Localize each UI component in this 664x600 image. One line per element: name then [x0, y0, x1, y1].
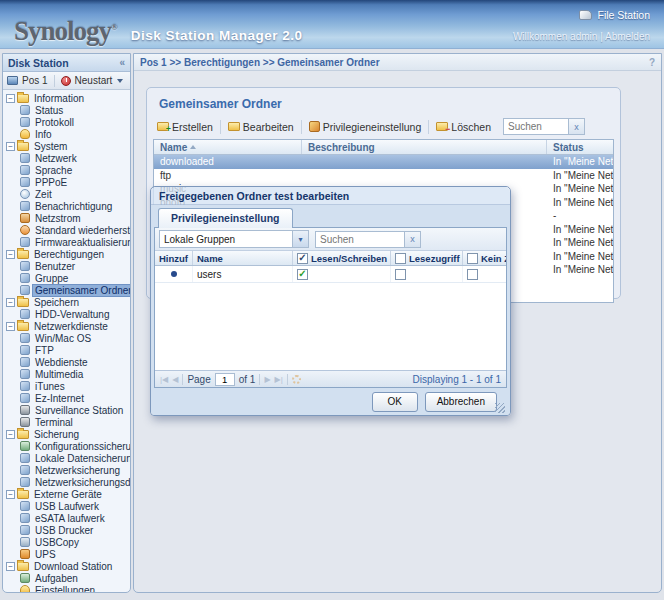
tree-expander-icon[interactable]: [6, 562, 15, 571]
tree-item[interactable]: HDD-Verwaltung: [3, 308, 130, 320]
tree-item[interactable]: UPS: [3, 548, 130, 560]
table-row[interactable]: downloaded In "Meine Netzwe: [154, 155, 613, 169]
group-type-select[interactable]: Lokale Gruppen ▾: [159, 230, 309, 248]
tree-item[interactable]: USB Drucker: [3, 524, 130, 536]
tree-item[interactable]: USB Laufwerk: [3, 500, 130, 512]
cancel-button[interactable]: Abbrechen: [425, 392, 497, 412]
tree-item-label: Konfigurationssicherung: [33, 441, 131, 452]
readwrite-checkbox[interactable]: [297, 269, 308, 280]
tree-item[interactable]: USBCopy: [3, 536, 130, 548]
tree-item[interactable]: PPPoE: [3, 176, 130, 188]
clear-search-icon[interactable]: x: [569, 118, 585, 135]
help-icon[interactable]: ?: [649, 57, 655, 68]
tree-item[interactable]: Webdienste: [3, 356, 130, 368]
tree-expander-icon[interactable]: [6, 490, 15, 499]
resize-grip[interactable]: [495, 403, 505, 413]
delete-button[interactable]: Löschen: [432, 119, 495, 135]
tree-item[interactable]: Zeit: [3, 188, 130, 200]
search-input[interactable]: [503, 118, 569, 135]
tree-item-label: Lokale Datensicherung: [33, 453, 131, 464]
column-header-noaccess[interactable]: Kein Zugriff: [463, 251, 506, 265]
page-number-input[interactable]: [215, 373, 235, 386]
tree-item[interactable]: Status: [3, 104, 130, 116]
tree-item[interactable]: Info: [3, 128, 130, 140]
table-row[interactable]: ftp In "Meine Netzwe: [154, 169, 613, 183]
tree-item[interactable]: Einstellungen: [3, 584, 130, 593]
tree-item[interactable]: Sicherung: [3, 428, 130, 440]
tree-item[interactable]: Win/Mac OS: [3, 332, 130, 344]
previous-page-icon[interactable]: ◀: [172, 375, 178, 384]
tree-item[interactable]: Benachrichtigung: [3, 200, 130, 212]
file-station-button[interactable]: File Station: [579, 9, 650, 21]
dialog-search-input[interactable]: [315, 231, 405, 248]
tree-expander-icon[interactable]: [6, 298, 15, 307]
first-page-icon[interactable]: |◀: [160, 375, 168, 384]
refresh-icon[interactable]: [292, 375, 301, 384]
tree-item[interactable]: Ez-Internet: [3, 392, 130, 404]
tab-privileges[interactable]: Privilegieneinstellung: [158, 208, 293, 228]
tree-item[interactable]: Protokoll: [3, 116, 130, 128]
tree-item[interactable]: Lokale Datensicherung: [3, 452, 130, 464]
tree-item[interactable]: Netzstrom: [3, 212, 130, 224]
tree-item[interactable]: eSATA laufwerk: [3, 512, 130, 524]
column-header-add[interactable]: Hinzuf: [155, 251, 193, 265]
tree-item[interactable]: FTP: [3, 344, 130, 356]
tree-item[interactable]: Information: [3, 92, 130, 104]
tree-item[interactable]: Gruppe: [3, 272, 130, 284]
pos1-button[interactable]: Pos 1: [22, 75, 48, 86]
tree-item[interactable]: Externe Geräte: [3, 488, 130, 500]
tree-item[interactable]: Gemeinsamer Ordner: [3, 284, 130, 296]
ok-button[interactable]: OK: [372, 392, 418, 412]
tree-item[interactable]: Netzwerk: [3, 152, 130, 164]
readonly-select-all-checkbox[interactable]: [395, 253, 406, 264]
column-header-status[interactable]: Status: [547, 140, 613, 154]
tree-expander-icon[interactable]: [6, 250, 15, 259]
readonly-checkbox[interactable]: [395, 269, 406, 280]
tree-item-icon: [20, 417, 30, 427]
tree-item[interactable]: Surveillance Station: [3, 404, 130, 416]
tree-item[interactable]: Netzwerkdienste: [3, 320, 130, 332]
tree-item[interactable]: System: [3, 140, 130, 152]
clear-search-icon[interactable]: x: [405, 231, 421, 248]
column-header-readwrite[interactable]: Lesen/Schreiben: [293, 251, 391, 265]
tree-item[interactable]: Terminal: [3, 416, 130, 428]
tree-item[interactable]: Aufgaben: [3, 572, 130, 584]
tree-item[interactable]: Multimedia: [3, 368, 130, 380]
next-page-icon[interactable]: ▶: [264, 375, 270, 384]
tree-item[interactable]: Firmwareaktualisierung: [3, 236, 130, 248]
dialog-titlebar[interactable]: Freigegebenen Ordner test bearbeiten: [151, 187, 510, 205]
noaccess-checkbox[interactable]: [467, 269, 478, 280]
tree-item[interactable]: Speichern: [3, 296, 130, 308]
sidebar-panel: Disk Station « Pos 1 Neustart Informatio…: [2, 53, 131, 593]
tree-item[interactable]: Berechtigungen: [3, 248, 130, 260]
logout-link[interactable]: Abmelden: [605, 31, 650, 42]
tree-item[interactable]: Konfigurationssicherung: [3, 440, 130, 452]
column-header-name[interactable]: Name: [193, 251, 293, 265]
tree-item[interactable]: Sprache: [3, 164, 130, 176]
tree-expander-icon[interactable]: [6, 430, 15, 439]
restart-button[interactable]: Neustart: [75, 75, 113, 86]
displaying-status: Displaying 1 - 1 of 1: [413, 374, 501, 385]
readwrite-select-all-checkbox[interactable]: [297, 253, 308, 264]
tree-item[interactable]: Standard wiederherstellen: [3, 224, 130, 236]
edit-button[interactable]: Bearbeiten: [224, 119, 298, 135]
tree-item[interactable]: Netzwerksicherung: [3, 464, 130, 476]
tree-item[interactable]: iTunes: [3, 380, 130, 392]
column-header-name[interactable]: Name: [154, 140, 302, 154]
tree-item[interactable]: Netzwerksicherungsdienst: [3, 476, 130, 488]
column-header-description[interactable]: Beschreibung: [302, 140, 547, 154]
tree-item[interactable]: Download Station: [3, 560, 130, 572]
chevron-down-icon[interactable]: ▾: [292, 231, 308, 247]
privileges-button[interactable]: Privilegieneinstellung: [305, 119, 426, 135]
tree-item[interactable]: Benutzer: [3, 260, 130, 272]
privilege-row[interactable]: users: [155, 266, 506, 283]
create-button[interactable]: Erstellen: [153, 119, 217, 135]
tree-expander-icon[interactable]: [6, 322, 15, 331]
tree-expander-icon[interactable]: [6, 142, 15, 151]
collapse-sidebar-icon[interactable]: «: [119, 57, 125, 68]
last-page-icon[interactable]: ▶|: [275, 375, 283, 384]
chevron-down-icon[interactable]: [117, 79, 123, 83]
tree-expander-icon[interactable]: [6, 94, 15, 103]
noaccess-select-all-checkbox[interactable]: [467, 253, 478, 264]
column-header-readonly[interactable]: Lesezugriff: [391, 251, 463, 265]
